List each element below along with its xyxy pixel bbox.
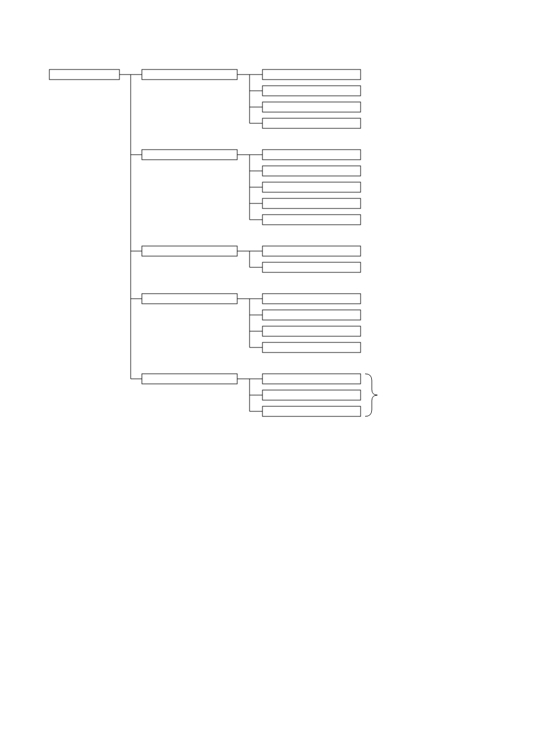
leaf-node (262, 182, 361, 192)
branch-node (142, 374, 237, 384)
branch-node (142, 294, 237, 304)
leaf-node (262, 374, 361, 384)
leaf-node (262, 69, 361, 80)
leaf-node (262, 326, 361, 336)
tree-diagram (0, 0, 535, 756)
leaf-node (262, 102, 361, 112)
leaf-node (262, 246, 361, 256)
leaf-node (262, 294, 361, 304)
leaf-node (262, 166, 361, 176)
branch-node (142, 150, 237, 160)
branch-node (142, 246, 237, 256)
leaf-node (262, 150, 361, 160)
leaf-node (262, 118, 361, 128)
root-node (49, 69, 119, 80)
leaf-node (262, 406, 361, 416)
leaf-node (262, 198, 361, 208)
leaf-node (262, 390, 361, 400)
brace-icon (365, 374, 377, 416)
leaf-node (262, 310, 361, 320)
branch-node (142, 69, 237, 80)
leaf-node (262, 262, 361, 272)
leaf-node (262, 86, 361, 96)
leaf-node (262, 342, 361, 353)
leaf-node (262, 215, 361, 225)
